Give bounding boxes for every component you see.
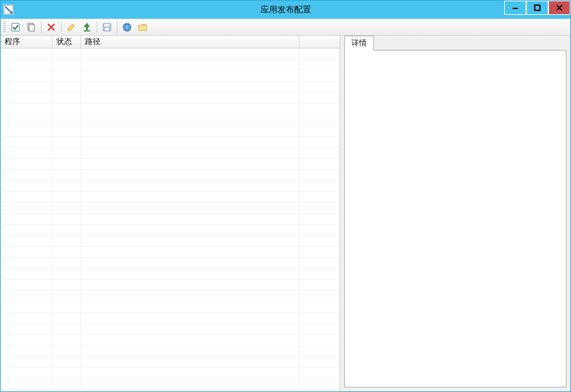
table-row[interactable] [1,137,340,148]
globe-button[interactable] [120,20,134,34]
delete-button[interactable] [44,20,58,34]
table-row[interactable] [1,324,340,335]
column-header-program[interactable]: 程序 [1,36,52,48]
save-button [100,20,114,34]
toolbar [1,19,570,36]
window-title: 应用发布配置 [1,4,570,16]
window-controls [504,1,570,19]
details-content [344,50,566,387]
table-row[interactable] [1,280,340,291]
table-row[interactable] [1,93,340,104]
table-row[interactable] [1,247,340,258]
folder-button[interactable] [135,20,150,34]
table-row[interactable] [1,357,340,368]
table-row[interactable] [1,181,340,192]
table-row[interactable] [1,269,340,280]
table-row[interactable] [1,170,340,181]
table-row[interactable] [1,60,340,71]
tabs-row: 详情 [344,36,566,50]
table-row[interactable] [1,82,340,93]
column-header-status[interactable]: 状态 [52,36,81,48]
toolbar-separator [97,21,97,33]
content-area: 程序 状态 路径 详情 [1,36,570,391]
svg-rect-9 [105,28,109,30]
table-row[interactable] [1,225,340,236]
delete-icon [46,22,56,32]
close-icon [556,5,563,11]
svg-rect-11 [139,25,146,30]
copy-button[interactable] [24,20,38,34]
checklist-button[interactable] [8,20,23,34]
table-row[interactable] [1,49,340,60]
table-row[interactable] [1,115,340,126]
toolbar-separator [61,21,62,33]
maximize-icon [534,5,541,11]
app-icon [3,5,14,15]
save-icon [102,22,112,32]
toolbar-grip [3,21,6,33]
titlebar: 应用发布配置 [1,1,570,19]
table-row[interactable] [1,258,340,269]
table-row[interactable] [1,148,340,159]
toolbar-separator [117,21,117,33]
svg-rect-1 [513,8,518,9]
table-row[interactable] [1,313,340,324]
table-row[interactable] [1,291,340,302]
table-row[interactable] [1,203,340,214]
table-row[interactable] [1,335,340,346]
publish-button[interactable] [80,20,94,34]
globe-icon [122,22,132,32]
svg-rect-5 [29,25,34,31]
toolbar-separator [41,21,41,33]
tab-details[interactable]: 详情 [344,36,374,51]
table-row[interactable] [1,214,340,225]
minimize-icon [512,5,519,11]
table-body[interactable] [1,49,340,391]
svg-rect-6 [84,30,90,32]
details-panel: 详情 [340,36,570,391]
column-header-extra[interactable] [299,36,340,48]
folder-icon [137,22,148,32]
table-row[interactable] [1,302,340,313]
table-row[interactable] [1,236,340,247]
minimize-button[interactable] [504,1,526,15]
checklist-icon [10,22,21,32]
svg-rect-8 [104,24,110,27]
table-row[interactable] [1,104,340,115]
program-list-panel: 程序 状态 路径 [1,36,340,391]
svg-rect-3 [12,23,19,31]
table-row[interactable] [1,126,340,137]
table-row[interactable] [1,379,340,390]
table-row[interactable] [1,346,340,357]
maximize-button[interactable] [526,1,548,15]
edit-icon [66,22,76,32]
table-row[interactable] [1,159,340,170]
table-row[interactable] [1,192,340,203]
column-header-path[interactable]: 路径 [81,36,299,48]
svg-rect-2 [535,5,540,10]
upload-icon [82,22,92,32]
edit-button[interactable] [64,20,78,34]
copy-icon [26,22,36,32]
table-header: 程序 状态 路径 [1,36,340,49]
table-row[interactable] [1,368,340,379]
close-button[interactable] [548,1,570,15]
table-row[interactable] [1,71,340,82]
